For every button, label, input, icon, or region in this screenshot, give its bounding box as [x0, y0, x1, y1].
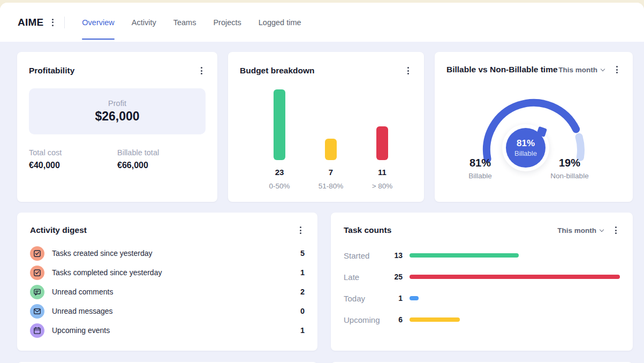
app-window: AIME Overview Activity Teams Projects Lo…: [0, 3, 644, 363]
total-cost-label: Total cost: [29, 148, 117, 157]
budget-bar-value: 11: [378, 168, 387, 177]
activity-row-label: Tasks completed since yesterday: [52, 268, 162, 277]
nav-tabs: Overview Activity Teams Projects Logged …: [73, 3, 309, 42]
task-row-label: Started: [344, 251, 387, 260]
budget-bar-0-50: [274, 89, 285, 160]
task-row-label: Upcoming: [344, 315, 387, 324]
activity-row-count: 2: [300, 288, 305, 296]
activity-row: Unread messages 0: [30, 301, 305, 321]
activity-row-count: 0: [300, 307, 305, 315]
budget-bar-range: 0-50%: [269, 182, 290, 190]
budget-menu-icon[interactable]: [404, 64, 412, 78]
task-counts-title: Task counts: [344, 225, 557, 235]
task-row-upcoming: Upcoming 6: [344, 309, 620, 330]
gauge-center-percent: 81%: [517, 138, 535, 149]
gauge-center-label: Billable: [514, 149, 537, 157]
comment-icon: [30, 285, 44, 299]
budget-bar-over-80: [376, 126, 388, 160]
task-bar-late: [410, 275, 620, 279]
total-cost-value: €40,000: [29, 161, 117, 170]
task-counts-period-value: This month: [557, 226, 596, 235]
billable-period-dropdown[interactable]: This month: [558, 66, 604, 74]
mail-icon: [30, 304, 44, 319]
profit-value: $26,000: [95, 109, 139, 124]
task-completed-icon: [30, 266, 44, 280]
profitability-card: Profitability Profit $26,000 Total cost …: [17, 52, 217, 202]
billable-menu-icon[interactable]: [613, 63, 621, 77]
workspace-title: AIME: [18, 17, 43, 28]
budget-breakdown-card: Budget breakdown 23 0-50% 7 51-80%: [228, 52, 424, 202]
activity-row-label: Upcoming events: [52, 326, 110, 335]
budget-bar-range: > 80%: [372, 182, 393, 190]
budget-bar-value: 7: [329, 168, 333, 177]
calendar-icon: [30, 323, 44, 338]
task-row-value: 13: [387, 251, 403, 260]
task-counts-chart: Started 13 Late 25 Today 1: [344, 245, 620, 330]
task-bar-today: [410, 296, 419, 300]
profit-highlight-box: Profit $26,000: [29, 88, 206, 134]
nonbillable-percent-value: 19%: [543, 157, 596, 169]
task-bar-upcoming: [410, 317, 460, 322]
task-row-label: Today: [344, 294, 387, 303]
budget-bar-group: 7 51-80%: [305, 82, 357, 190]
activity-row-label: Unread comments: [52, 288, 113, 296]
budget-bar-chart: 23 0-50% 7 51-80% 11 > 80%: [240, 82, 412, 190]
nonbillable-percent-label: 19% Non-billable: [543, 157, 596, 180]
task-row-label: Late: [344, 273, 387, 282]
activity-row-label: Unread messages: [52, 307, 113, 315]
tab-activity[interactable]: Activity: [123, 3, 165, 42]
activity-row-count: 1: [300, 326, 305, 335]
activity-row: Unread comments 2: [30, 282, 305, 301]
activity-digest-card: Activity digest Tasks created since yest…: [17, 213, 317, 351]
budget-bar-value: 23: [275, 168, 284, 177]
activity-row-count: 1: [300, 268, 305, 277]
divider: [64, 17, 65, 28]
task-counts-menu-icon[interactable]: [612, 223, 620, 237]
task-bar-started: [410, 253, 519, 258]
budget-bar-group: 23 0-50%: [254, 82, 305, 190]
billable-percent-caption: Billable: [453, 172, 507, 180]
tab-logged-time[interactable]: Logged time: [250, 3, 310, 42]
billable-total-value: €66,000: [117, 161, 206, 170]
total-cost-stat: Total cost €40,000: [29, 148, 117, 170]
profitability-menu-icon[interactable]: [198, 64, 206, 78]
budget-bar-51-80: [325, 139, 337, 160]
task-row-started: Started 13: [344, 245, 620, 266]
billable-percent-label: 81% Billable: [453, 157, 507, 180]
task-counts-card: Task counts This month Started 13 Late: [331, 213, 633, 351]
billable-time-title: Billable vs Non-Billable time: [446, 65, 558, 74]
activity-row: Tasks completed since yesterday 1: [30, 263, 305, 282]
nonbillable-percent-caption: Non-billable: [543, 172, 596, 180]
billable-percent-value: 81%: [453, 157, 507, 169]
tab-teams[interactable]: Teams: [165, 3, 205, 42]
profit-label: Profit: [108, 99, 126, 108]
workspace-menu-icon[interactable]: [49, 16, 57, 29]
billable-time-card: Billable vs Non-Billable time This month: [435, 52, 633, 202]
dashboard-content: Profitability Profit $26,000 Total cost …: [0, 42, 644, 363]
task-row-value: 1: [387, 294, 403, 303]
tab-projects[interactable]: Projects: [204, 3, 249, 42]
budget-bar-group: 11 > 80%: [357, 82, 408, 190]
task-counts-period-dropdown[interactable]: This month: [557, 226, 603, 235]
billable-total-label: Billable total: [117, 148, 206, 157]
task-row-today: Today 1: [344, 288, 620, 309]
tab-overview[interactable]: Overview: [73, 3, 123, 42]
task-row-value: 6: [387, 315, 403, 324]
chevron-down-icon: [601, 66, 605, 71]
activity-digest-title: Activity digest: [30, 225, 297, 235]
activity-row: Tasks created since yesterday 5: [30, 244, 305, 263]
billable-total-stat: Billable total €66,000: [117, 148, 206, 170]
activity-menu-icon[interactable]: [297, 223, 305, 237]
chevron-down-icon: [600, 227, 604, 231]
profitability-title: Profitability: [29, 66, 198, 75]
budget-bar-range: 51-80%: [319, 182, 344, 190]
task-row-value: 25: [387, 273, 403, 281]
activity-row-label: Tasks created since yesterday: [52, 249, 153, 258]
activity-row: Upcoming events 1: [30, 321, 305, 340]
task-created-icon: [30, 246, 44, 261]
activity-row-count: 5: [300, 249, 305, 258]
gauge-center-bubble: 81% Billable: [502, 124, 549, 171]
top-navigation-bar: AIME Overview Activity Teams Projects Lo…: [0, 3, 644, 42]
billable-gauge-chart: 81% Billable 81% Billable 19% Non-billab…: [446, 77, 621, 188]
budget-breakdown-title: Budget breakdown: [240, 66, 404, 75]
